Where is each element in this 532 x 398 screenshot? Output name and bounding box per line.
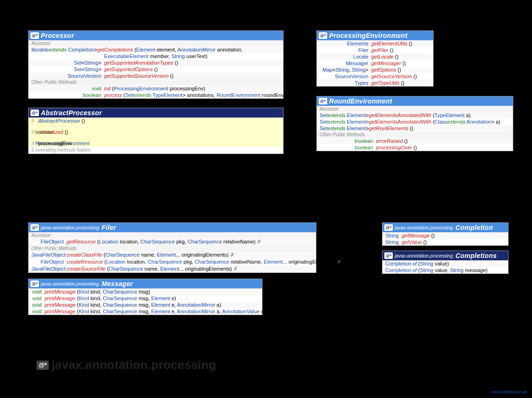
title: Completions — [456, 252, 497, 259]
box-filer: @* javax.annotation.processing. Filer Ac… — [28, 222, 316, 273]
section-accessor: Accessor — [317, 106, 513, 112]
rows: #AbstractProcessor ()#booleanisInitializ… — [29, 118, 283, 147]
package-prefix: javax.annotation.processing. — [41, 225, 100, 230]
header-abstract-processor: @* AbstractProcessor — [29, 108, 283, 118]
method-row: MessagergetMessager () — [317, 60, 433, 66]
box-abstract-processor: @* AbstractProcessor #AbstractProcessor … — [28, 108, 284, 154]
method-row: JavaFileObjectcreateSourceFile (CharSequ… — [29, 265, 316, 273]
method-row: #ProcessingEnvironmentprocessingEnv — [29, 140, 283, 147]
method-row: voidprintMessage (Kind kind, CharSequenc… — [29, 288, 262, 295]
box-processing-env: @* ProcessingEnvironment ElementsgetElem… — [316, 30, 434, 87]
rows-other: JavaFileObjectcreateClassFile (CharSeque… — [29, 251, 316, 273]
rows-accessor: FileObjectgetResource (Location location… — [29, 238, 316, 245]
interface-icon: @* — [30, 280, 39, 287]
header-filer: @* javax.annotation.processing. Filer — [29, 223, 316, 232]
rows-other: booleanerrorRaised ()booleanprocessingOv… — [317, 138, 513, 151]
title: RoundEnvironment — [329, 97, 392, 105]
method-row: booleanerrorRaised () — [317, 138, 513, 144]
method-row: Set<String>getSupportedAnnotationTypes (… — [29, 59, 283, 66]
package-icon: @* — [37, 361, 49, 370]
method-row: #AbstractProcessor () — [29, 118, 283, 124]
method-row: Setextends Element>getRootElements () — [317, 125, 513, 132]
box-processor: @* Processor Accessor Iterableextends Co… — [28, 30, 284, 99]
section-accessor: Accessor — [29, 40, 283, 46]
method-row: voidprintMessage (Kind kind, CharSequenc… — [29, 308, 262, 315]
package-prefix: javax.annotation.processing. — [395, 253, 454, 258]
package-title: @* javax.annotation.processing — [37, 358, 216, 372]
method-row: Map<String, String>getOptions () — [317, 66, 433, 73]
header-processing-env: @* ProcessingEnvironment — [317, 31, 433, 40]
interface-icon: @* — [30, 32, 39, 39]
header-completions: @* javax.annotation.processing. Completi… — [382, 251, 508, 260]
box-completions: @* javax.annotation.processing. Completi… — [382, 251, 509, 274]
title: Completion — [456, 224, 493, 231]
method-row: FileObjectcreateResource (Location locat… — [29, 258, 316, 265]
rows: StringgetMessage ()StringgetValue () — [382, 232, 508, 245]
method-row: Setextends Element>getElementsAnnotatedW… — [317, 112, 513, 118]
method-row: Iterableextends Completion>getCompletion… — [29, 46, 283, 53]
rows-other: voidinit (ProcessingEnvironment processi… — [29, 85, 283, 98]
method-row: booleanprocessingOver () — [317, 144, 513, 151]
title: AbstractProcessor — [41, 109, 102, 117]
method-row: Completionof (String value) — [382, 260, 508, 267]
method-row: StringgetMessage () — [382, 232, 508, 239]
header-messager: @* javax.annotation.processing. Messager — [29, 279, 262, 288]
method-row: #booleanisInitialized () — [29, 129, 283, 135]
rows-accessor: Iterableextends Completion>getCompletion… — [29, 46, 283, 79]
method-row: FilergetFiler () — [317, 47, 433, 53]
section-other: Other Public Methods — [29, 79, 283, 85]
section-accessor: Accessor — [29, 232, 316, 238]
title: Messager — [102, 280, 133, 287]
method-row: FileObjectgetResource (Location location… — [29, 238, 316, 245]
method-row: Set<String>getSupportedOptions () — [29, 66, 283, 73]
method-row: TypesgetTypeUtils () — [317, 80, 433, 86]
method-row: Setextends Element>getElementsAnnotatedW… — [317, 118, 513, 125]
section-other: Other Public Methods — [29, 245, 316, 251]
method-row: LocalegetLocale () — [317, 53, 433, 60]
box-completion: @* javax.annotation.processing. Completi… — [382, 222, 509, 246]
method-row: SourceVersiongetSupportedSourceVersion (… — [29, 73, 283, 79]
credit-link[interactable]: www.falkhausen.de — [491, 390, 527, 394]
title: ProcessingEnvironment — [329, 32, 407, 39]
note: 6 overriding methods hidden — [29, 147, 283, 154]
header-completion: @* javax.annotation.processing. Completi… — [382, 223, 508, 232]
interface-icon: @* — [319, 32, 327, 39]
section-other: Other Public Methods — [317, 132, 513, 138]
header-processor: @* Processor — [29, 31, 283, 40]
method-row: voidprintMessage (Kind kind, CharSequenc… — [29, 295, 262, 302]
method-row: Completionof (String value, String messa… — [382, 267, 508, 273]
interface-icon: @* — [319, 98, 327, 104]
package-prefix: javax.annotation.processing. — [395, 225, 454, 230]
rows-accessor: Setextends Element>getElementsAnnotatedW… — [317, 112, 513, 132]
rows: ElementsgetElementUtils ()FilergetFiler … — [317, 40, 433, 86]
title: Processor — [41, 32, 74, 39]
box-round-env: @* RoundEnvironment Accessor Setextends … — [316, 96, 513, 151]
method-row: voidinit (ProcessingEnvironment processi… — [29, 85, 283, 92]
class-icon: @* — [30, 110, 39, 116]
interface-icon: @* — [384, 224, 393, 231]
interface-icon: @* — [30, 224, 39, 231]
rows: voidprintMessage (Kind kind, CharSequenc… — [29, 288, 262, 315]
method-row: SourceVersiongetSourceVersion () — [317, 73, 433, 80]
class-icon: @* — [384, 252, 393, 259]
method-row: voidprintMessage (Kind kind, CharSequenc… — [29, 302, 262, 308]
header-round-env: @* RoundEnvironment — [317, 96, 513, 106]
package-prefix: javax.annotation.processing. — [41, 281, 100, 287]
method-row: ElementsgetElementUtils () — [317, 40, 433, 47]
rows: Completionof (String value)Completionof … — [382, 260, 508, 273]
method-row: StringgetValue () — [382, 239, 508, 245]
method-row: booleanprocess (Setextends TypeElement> … — [29, 92, 283, 98]
box-messager: @* javax.annotation.processing. Messager… — [28, 279, 262, 315]
method-row: JavaFileObjectcreateClassFile (CharSeque… — [29, 251, 316, 258]
title: Filer — [102, 224, 116, 231]
package-name: javax.annotation.processing — [52, 358, 216, 372]
method-row: ExecutableElement member, String userTex… — [29, 53, 283, 59]
